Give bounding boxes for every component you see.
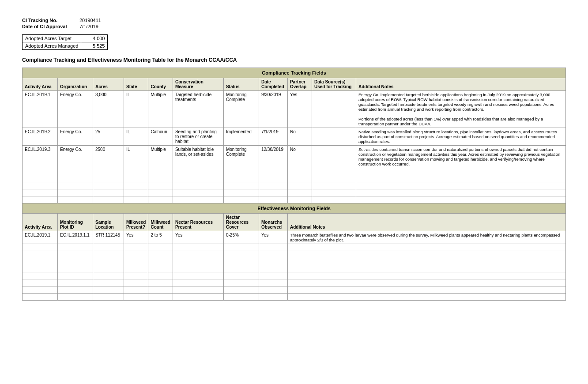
c3-state: IL [124,146,148,168]
c2-partner: No [287,128,312,146]
e1-nrcover: 0-25% [223,231,259,244]
c3-datasource [312,146,356,168]
compliance-empty-3 [23,182,566,189]
e1-monarchs: Yes [259,231,287,244]
c2-date: 7/1/2019 [259,128,287,146]
e1-mwcount: 2 to 5 [148,231,173,244]
c3-notes: Set-asides contained transmission corrid… [356,146,565,168]
effectiveness-row-1: EC.IL.2019.1 EC.IL.2019.1.1 STR 112145 Y… [23,231,566,244]
managed-value: 5,525 [81,42,108,50]
e1-nrpresent: Yes [173,231,223,244]
managed-label: Adopted Acres Managed [23,42,81,50]
c1-status: Monitoring Complete [223,91,259,128]
c2-datasource [312,128,356,146]
c1-partner: Yes [287,91,312,128]
c3-org: Energy Co. [58,146,93,168]
page-title: Compliance Tracking and Effectiveness Mo… [22,57,566,63]
col-measure: Conservation Measure [173,78,223,91]
c2-measure: Seeding and planting to restore or creat… [173,128,223,146]
acres-table: Adopted Acres Target 4,000 Adopted Acres… [22,34,108,50]
c1-datasource [312,91,356,128]
c1-acres: 3,000 [93,91,124,128]
compliance-row-1: EC.IL.2019.1 Energy Co. 3,000 IL Multipl… [23,91,566,128]
c3-measure: Suitable habitat idle lands, or set-asid… [173,146,223,168]
e1-plotid: EC.IL.2019.1.1 [58,231,93,244]
col-notes: Additional Notes [356,78,565,91]
col-acres: Acres [93,78,124,91]
c3-county: Multiple [148,146,173,168]
meta-section: CI Tracking No. 20190411 Date of CI Appr… [22,18,566,29]
col-county: County [148,78,173,91]
e1-mwpresent: Yes [124,231,148,244]
e1-notes: Three monarch butterflies and two larvae… [287,231,565,244]
compliance-empty-2 [23,175,566,182]
main-table: Compliance Tracking Fields Activity Area… [22,68,566,301]
c2-status: Implemented [223,128,259,146]
compliance-row-2: EC.IL.2019.2 Energy Co. 25 IL Calhoun Se… [23,128,566,146]
c3-acres: 2500 [93,146,124,168]
c1-date: 9/30/2019 [259,91,287,128]
effectiveness-header: Effectiveness Monitoring Fields [23,203,566,214]
c2-acres: 25 [93,128,124,146]
target-value: 4,000 [81,35,108,42]
approval-value: 7/1/2019 [79,24,98,29]
eff-col-mwpresent: Milkweed Present? [124,214,148,231]
eff-empty-7 [23,286,566,294]
c3-partner: No [287,146,312,168]
compliance-header-row: Compliance Tracking Fields [23,68,566,78]
eff-empty-4 [23,265,566,272]
approval-label: Date of CI Approval [22,24,79,29]
col-partner: Partner Overlap [287,78,312,91]
c2-state: IL [124,128,148,146]
eff-empty-3 [23,258,566,265]
c2-org: Energy Co. [58,128,93,146]
eff-col-sample: Sample Location [93,214,124,231]
eff-col-monplot: Monitoring Plot ID [58,214,93,231]
c3-activity: EC.IL.2019.3 [23,146,58,168]
c1-org: Energy Co. [58,91,93,128]
effectiveness-col-headers: Activity Area Monitoring Plot ID Sample … [23,214,566,231]
c3-status: Monitoring Complete [223,146,259,168]
col-date: Date Completed [259,78,287,91]
compliance-empty-1 [23,168,566,175]
eff-empty-2 [23,251,566,258]
compliance-col-headers: Activity Area Organization Acres State C… [23,78,566,91]
eff-empty-5 [23,272,566,279]
c1-county: Multiple [148,91,173,128]
c2-activity: EC.IL.2019.2 [23,128,58,146]
eff-col-mwcount: Milkweed Count [148,214,173,231]
c1-measure: Targeted herbicide treatments [173,91,223,128]
eff-col-nrpresent: Nectar Resources Present [173,214,223,231]
compliance-empty-4 [23,189,566,196]
eff-col-monarchs: Monarchs Observed [259,214,287,231]
eff-col-activity: Activity Area [23,214,58,231]
c1-state: IL [124,91,148,128]
c3-date: 12/30/2019 [259,146,287,168]
col-datasource: Data Source(s) Used for Tracking [312,78,356,91]
compliance-header: Compliance Tracking Fields [23,68,566,78]
c1-activity: EC.IL.2019.1 [23,91,58,128]
eff-empty-8 [23,294,566,301]
col-activity-area: Activity Area [23,78,58,91]
c2-notes: Native seeding was installed along struc… [356,128,565,146]
tracking-value: 20190411 [79,18,101,23]
c2-county: Calhoun [148,128,173,146]
compliance-empty-5 [23,196,566,203]
eff-empty-1 [23,244,566,251]
eff-empty-6 [23,279,566,286]
compliance-row-3: EC.IL.2019.3 Energy Co. 2500 IL Multiple… [23,146,566,168]
eff-col-nrcover: Nectar Resources Cover [223,214,259,231]
eff-col-notes: Additional Notes [287,214,565,231]
target-label: Adopted Acres Target [23,35,81,42]
col-org: Organization [58,78,93,91]
tracking-label: CI Tracking No. [22,18,79,23]
col-state: State [124,78,148,91]
effectiveness-header-row: Effectiveness Monitoring Fields [23,203,566,214]
c1-notes: Energy Co. implemented targeted herbicid… [356,91,565,128]
col-status: Status [223,78,259,91]
e1-activity: EC.IL.2019.1 [23,231,58,244]
e1-sample: STR 112145 [93,231,124,244]
